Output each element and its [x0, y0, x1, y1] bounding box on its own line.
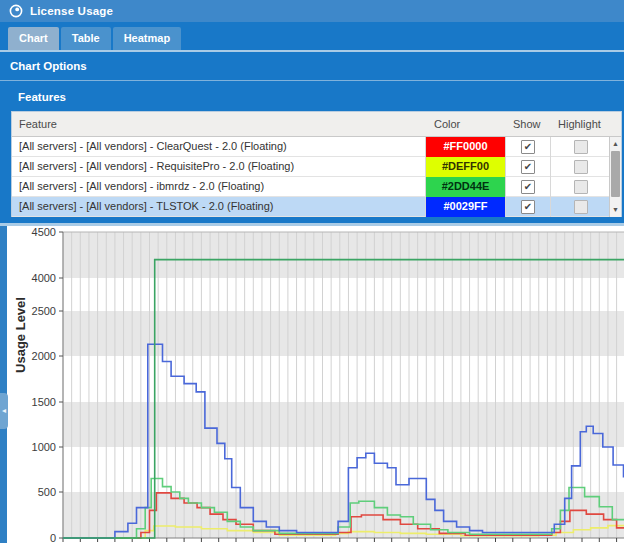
feature-name: [All servers] - [All vendors] - TLSTOK -… — [12, 197, 425, 217]
column-header-feature[interactable]: Feature — [19, 112, 57, 137]
scrollbar-thumb[interactable] — [611, 151, 620, 197]
chart-options-header[interactable]: Chart Options — [0, 52, 624, 81]
color-swatch[interactable]: #FF0000 — [425, 137, 505, 157]
color-swatch[interactable]: #0029FF — [425, 197, 505, 217]
svg-text:2500: 2500 — [32, 305, 56, 317]
feature-name: [All servers] - [All vendors] - Requisit… — [12, 157, 425, 177]
features-scrollbar[interactable]: ▲ ▼ — [609, 137, 621, 217]
feature-row[interactable]: [All servers] - [All vendors] - Requisit… — [12, 157, 610, 177]
show-checkbox[interactable] — [521, 160, 535, 174]
feature-row[interactable]: [All servers] - [All vendors] - ibmrdz -… — [12, 177, 610, 197]
usage-chart: 4500400025002000150010005000 — [0, 226, 624, 543]
highlight-checkbox[interactable] — [574, 140, 588, 154]
svg-text:0: 0 — [50, 532, 56, 543]
app-icon — [9, 4, 23, 18]
license-usage-window: License Usage Chart Table Heatmap Chart … — [0, 0, 624, 543]
tab-table[interactable]: Table — [61, 27, 111, 50]
column-header-highlight[interactable]: Highlight — [558, 112, 601, 137]
title-bar: License Usage — [0, 0, 624, 22]
features-section-header[interactable]: Features — [8, 84, 624, 111]
color-swatch[interactable]: #2DD44E — [425, 177, 505, 197]
column-header-show[interactable]: Show — [513, 112, 541, 137]
tab-bar: Chart Table Heatmap — [0, 22, 624, 50]
show-checkbox[interactable] — [521, 140, 535, 154]
scroll-up-icon[interactable]: ▲ — [610, 138, 621, 150]
svg-text:2000: 2000 — [32, 350, 56, 362]
svg-text:1500: 1500 — [32, 396, 56, 408]
svg-text:500: 500 — [38, 486, 56, 498]
scroll-down-icon[interactable]: ▼ — [610, 204, 621, 216]
tab-heatmap[interactable]: Heatmap — [113, 27, 181, 50]
svg-text:1000: 1000 — [32, 441, 56, 453]
highlight-checkbox[interactable] — [574, 180, 588, 194]
show-checkbox[interactable] — [521, 180, 535, 194]
feature-name: [All servers] - [All vendors] - ClearQue… — [12, 137, 425, 157]
feature-row[interactable]: [All servers] - [All vendors] - TLSTOK -… — [12, 197, 610, 217]
highlight-checkbox[interactable] — [574, 160, 588, 174]
features-panel: Features Feature Color Show Highlight [A… — [8, 84, 624, 223]
window-title: License Usage — [30, 5, 113, 17]
show-checkbox[interactable] — [521, 200, 535, 214]
features-table: Feature Color Show Highlight [All server… — [11, 111, 622, 217]
feature-row[interactable]: [All servers] - [All vendors] - ClearQue… — [12, 137, 610, 157]
svg-text:4000: 4000 — [32, 272, 56, 284]
feature-name: [All servers] - [All vendors] - ibmrdz -… — [12, 177, 425, 197]
features-table-header: Feature Color Show Highlight — [12, 112, 621, 137]
svg-text:4500: 4500 — [32, 226, 56, 238]
color-swatch[interactable]: #DEFF00 — [425, 157, 505, 177]
column-header-color[interactable]: Color — [434, 112, 460, 137]
tab-chart[interactable]: Chart — [8, 27, 59, 50]
highlight-checkbox[interactable] — [574, 200, 588, 214]
